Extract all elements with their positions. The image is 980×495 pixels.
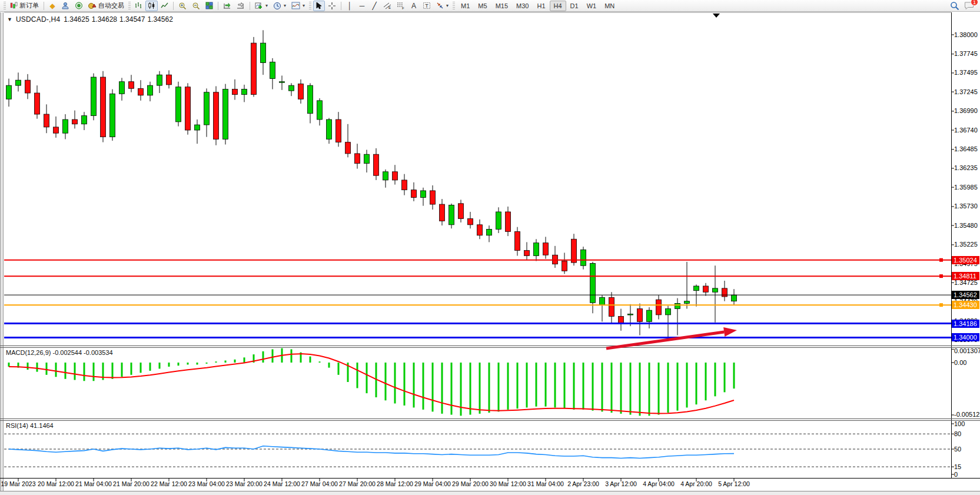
- toolbar-separator: [44, 2, 44, 10]
- vertical-line-icon: │: [347, 2, 352, 9]
- chevron-down-icon: ▾: [265, 3, 268, 8]
- crosshair-button[interactable]: [325, 1, 338, 11]
- toolbar-separator: [218, 2, 218, 10]
- timeframe-button-m5[interactable]: M5: [474, 1, 491, 11]
- templates-button[interactable]: ▾: [289, 1, 307, 11]
- data-window-button[interactable]: [59, 1, 72, 11]
- toolbar-grip[interactable]: [453, 2, 455, 10]
- window-bottom-edge: [0, 491, 980, 495]
- cursor-button[interactable]: [313, 1, 325, 11]
- macd-label[interactable]: MACD(12,26,9) -0.002544 -0.003534: [6, 349, 113, 356]
- timeframe-button-m15[interactable]: M15: [491, 1, 512, 11]
- window-left-edge: [0, 12, 4, 491]
- timeframe-toolbar: M1M5M15M30H1H4D1W1MN: [457, 1, 619, 11]
- macd-pane[interactable]: [4, 347, 951, 418]
- candlestick-icon: [148, 2, 155, 9]
- rsi-value: 41.1464: [30, 422, 54, 429]
- toolbar-separator: [173, 2, 174, 10]
- text-button[interactable]: A: [408, 1, 420, 11]
- cursor-arrow-icon: [315, 2, 323, 9]
- timeframe-button-d1[interactable]: D1: [566, 1, 583, 11]
- fibonacci-icon: F: [397, 2, 405, 9]
- low-value: 1.34547: [119, 15, 145, 24]
- text-label-button[interactable]: T: [420, 1, 433, 11]
- new-order-button[interactable]: 新订单: [8, 1, 41, 11]
- svg-text:T: T: [425, 3, 428, 9]
- new-order-icon: [10, 2, 18, 9]
- broadcast-icon: [75, 2, 83, 9]
- chart-shift-button[interactable]: [234, 1, 247, 11]
- zoom-out-button[interactable]: [190, 1, 202, 11]
- macd-main-value: -0.002544: [52, 349, 82, 356]
- new-order-label: 新订单: [19, 1, 39, 10]
- svg-text:F: F: [402, 6, 404, 10]
- trendline-button[interactable]: ╱: [368, 1, 380, 11]
- market-watch-button[interactable]: ◆: [46, 1, 58, 11]
- line-chart-button[interactable]: [158, 1, 171, 11]
- channel-icon: E: [383, 2, 391, 9]
- zoom-out-icon: [192, 2, 200, 10]
- auto-scroll-button[interactable]: [221, 1, 234, 11]
- auto-trading-icon: [88, 2, 97, 9]
- periods-button[interactable]: ▾: [271, 1, 288, 11]
- search-icon[interactable]: [950, 1, 959, 11]
- bar-chart-icon: [135, 2, 142, 9]
- macd-signal-value: -0.003534: [84, 349, 113, 356]
- toolbar-grip[interactable]: [128, 2, 131, 10]
- auto-trading-label: 自动交易: [98, 1, 124, 10]
- toolbar-right-group: 1: [950, 1, 978, 11]
- tile-windows-button[interactable]: [203, 1, 215, 11]
- toolbar-separator: [341, 2, 341, 10]
- zoom-in-icon: [178, 2, 187, 10]
- notification-count-badge: 1: [971, 0, 978, 6]
- macd-name: MACD(12,26,9): [6, 349, 51, 356]
- auto-trading-button[interactable]: 自动交易: [86, 1, 127, 11]
- timeframe-button-m30[interactable]: M30: [512, 1, 533, 11]
- timeframe-button-h1[interactable]: H1: [533, 1, 549, 11]
- horizontal-line-icon: ─: [360, 2, 365, 9]
- add-indicator-icon: [255, 2, 263, 9]
- timeframe-button-m1[interactable]: M1: [457, 1, 474, 11]
- timeframe-button-w1[interactable]: W1: [583, 1, 601, 11]
- close-value: 1.34562: [147, 15, 172, 24]
- timeframe-button-h4[interactable]: H4: [550, 1, 566, 11]
- notifications-button[interactable]: 1: [964, 1, 974, 10]
- open-value: 1.34625: [64, 15, 89, 24]
- rsi-pane[interactable]: [4, 420, 951, 478]
- bar-chart-button[interactable]: [132, 1, 145, 11]
- equidistant-channel-button[interactable]: E: [381, 1, 394, 11]
- chevron-down-icon: ▾: [446, 3, 449, 8]
- chevron-down-icon: ▾: [303, 3, 305, 8]
- diamond-icon: ◆: [49, 2, 55, 9]
- crosshair-icon: [328, 2, 336, 10]
- main-chart-pane[interactable]: [4, 12, 951, 345]
- rsi-label[interactable]: RSI(14) 41.1464: [6, 422, 54, 429]
- toolbar-grip[interactable]: [309, 2, 311, 10]
- horizontal-line-button[interactable]: ─: [356, 1, 368, 11]
- line-chart-icon: [161, 2, 168, 9]
- strategy-tester-button[interactable]: [72, 1, 85, 11]
- chart-title[interactable]: ▼ USDCAD-,H4 1.34625 1.34628 1.34547 1.3…: [7, 15, 173, 24]
- arrows-icon: [436, 2, 444, 9]
- text-label-icon: T: [423, 2, 431, 9]
- text-icon: A: [411, 2, 416, 9]
- vertical-line-button[interactable]: │: [344, 1, 356, 11]
- toolbar-grip[interactable]: [4, 2, 6, 10]
- timeframe-button-mn[interactable]: MN: [600, 1, 619, 11]
- trendline-icon: ╱: [372, 2, 376, 9]
- clock-icon: [273, 2, 281, 10]
- high-value: 1.34628: [92, 15, 117, 24]
- auto-scroll-icon: [223, 2, 231, 9]
- main-toolbar: 新订单 ◆ 自动交易 ▾ ▾: [0, 0, 980, 12]
- fibonacci-button[interactable]: F: [394, 1, 407, 11]
- toolbar-separator: [250, 2, 250, 10]
- template-icon: [291, 2, 300, 9]
- chevron-down-icon: ▾: [284, 3, 286, 8]
- mt4-terminal: { "toolbar": { "new_order": "新订单", "auto…: [0, 0, 980, 495]
- candlestick-chart-button[interactable]: [145, 1, 158, 11]
- tile-windows-icon: [205, 2, 213, 9]
- zoom-in-button[interactable]: [176, 1, 189, 11]
- chart-shift-icon: [237, 2, 245, 9]
- arrows-button[interactable]: ▾: [434, 1, 451, 11]
- indicators-button[interactable]: ▾: [253, 1, 270, 11]
